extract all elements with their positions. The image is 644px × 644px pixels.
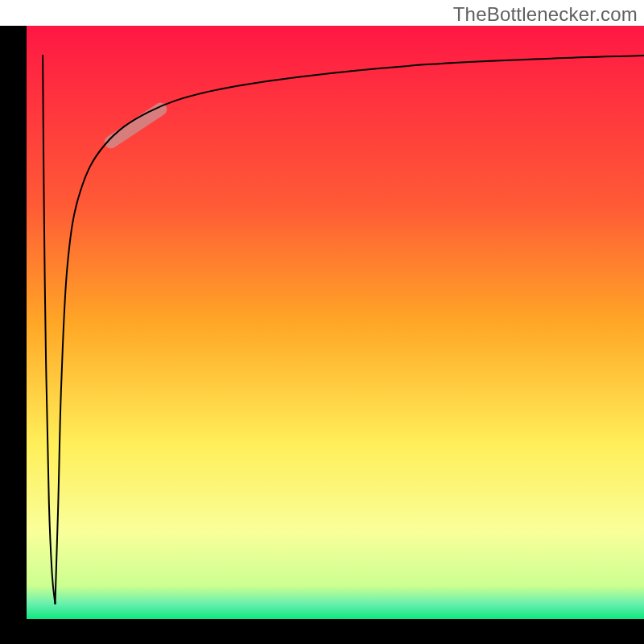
- watermark-text: TheBottlenecker.com: [453, 3, 638, 26]
- bottom-margin: [0, 621, 644, 644]
- left-margin: [0, 26, 24, 644]
- chart-background: [24, 26, 644, 621]
- chart-root: TheBottlenecker.com: [0, 0, 644, 644]
- chart-svg: [0, 0, 644, 644]
